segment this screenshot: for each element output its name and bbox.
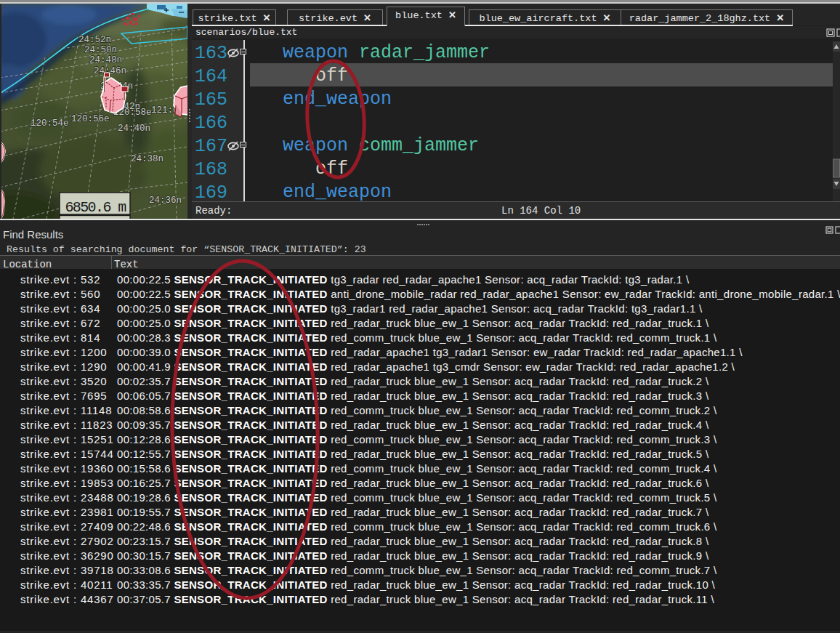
svg-text:24:36n: 24:36n: [149, 195, 182, 206]
svg-text:120:56e: 120:56e: [71, 114, 110, 124]
svg-text:120:54e: 120:54e: [31, 118, 69, 129]
svg-text:24:40n: 24:40n: [118, 124, 150, 134]
svg-text:24:52n: 24:52n: [78, 35, 111, 45]
svg-text:24:38n: 24:38n: [131, 154, 163, 164]
svg-text:24:48n: 24:48n: [89, 55, 122, 65]
svg-text:6850.6 m: 6850.6 m: [65, 199, 126, 216]
svg-text:24:46n: 24:46n: [94, 66, 126, 76]
svg-text:24:50n: 24:50n: [84, 45, 117, 55]
